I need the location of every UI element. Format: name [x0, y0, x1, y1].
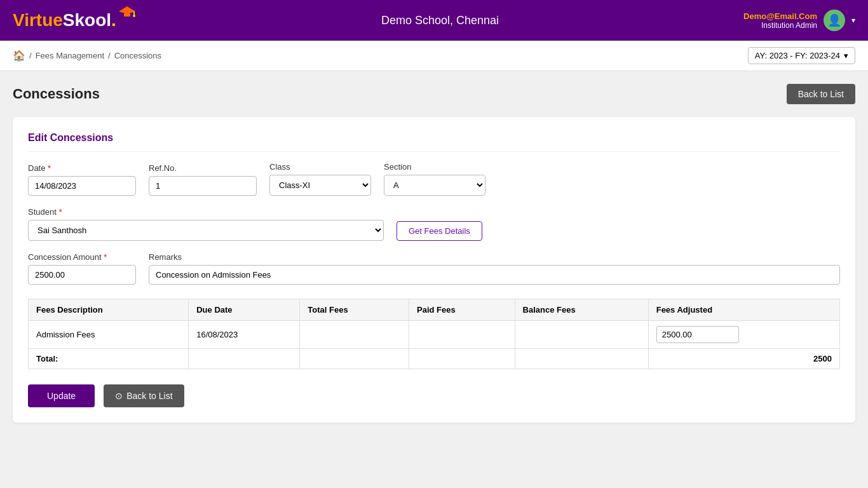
fy-arrow: ▾	[844, 51, 848, 60]
concession-amount-input[interactable]	[28, 265, 136, 285]
breadcrumb: 🏠 / Fees Management / Concessions	[13, 50, 161, 62]
table-total-row: Total: 2500	[29, 349, 840, 369]
back-to-list-button-bottom[interactable]: ⊙ Back to List	[104, 384, 184, 407]
card-title: Edit Concessions	[28, 132, 840, 152]
section-select[interactable]: A B C	[384, 175, 485, 196]
logo: VirtueSkool.	[13, 10, 137, 30]
sep-1: /	[29, 51, 32, 60]
header: VirtueSkool. Demo School, Chennai Demo@E…	[0, 0, 868, 41]
avatar: 👤	[824, 10, 845, 31]
get-fees-group: Get Fees Details	[397, 221, 482, 241]
col-due-date: Due Date	[189, 299, 300, 321]
table-row: Admission Fees 16/08/2023	[29, 321, 840, 349]
concession-amount-group: Concession Amount *	[28, 252, 136, 285]
class-group: Class Class-XI Class-X Class-XII	[269, 162, 371, 196]
cell-total-fees	[300, 321, 409, 349]
user-info: Demo@Email.Com Institution Admin	[743, 11, 817, 30]
date-input[interactable]	[28, 176, 136, 196]
cell-fees-adjusted	[648, 321, 839, 349]
remarks-group: Remarks	[149, 252, 840, 285]
class-select[interactable]: Class-XI Class-X Class-XII	[269, 175, 371, 196]
user-dropdown-arrow[interactable]: ▾	[851, 16, 855, 25]
concession-amount-label: Concession Amount *	[28, 252, 136, 262]
total-paid-fees	[409, 349, 515, 369]
total-value: 2500	[648, 349, 839, 369]
user-role: Institution Admin	[743, 21, 817, 30]
svg-point-3	[133, 15, 135, 17]
student-row: Student * Sai Santhosh Get Fees Details	[28, 207, 840, 241]
user-section[interactable]: Demo@Email.Com Institution Admin 👤 ▾	[743, 10, 855, 31]
breadcrumb-fees-management[interactable]: Fees Management	[36, 51, 104, 60]
section-label: Section	[384, 162, 485, 172]
date-group: Date *	[28, 163, 136, 196]
bottom-buttons: Update ⊙ Back to List	[28, 384, 840, 407]
sep-2: /	[108, 51, 111, 60]
cell-fees-description: Admission Fees	[29, 321, 189, 349]
total-balance-fees	[515, 349, 648, 369]
logo-dot: .	[111, 10, 116, 30]
logo-skool: Skool	[63, 10, 111, 30]
total-due-date	[189, 349, 300, 369]
back-icon: ⊙	[115, 391, 123, 401]
form-row-1: Date * Ref.No. Class Class-XI Class-X Cl…	[28, 162, 840, 196]
page-content: Concessions Back to List Edit Concession…	[0, 71, 868, 488]
back-label: Back to List	[126, 391, 172, 401]
student-group: Student * Sai Santhosh	[28, 207, 384, 241]
user-email: Demo@Email.Com	[743, 11, 817, 21]
page-title: Concessions	[13, 86, 100, 102]
cell-balance-fees	[515, 321, 648, 349]
remarks-input[interactable]	[149, 265, 840, 285]
col-paid-fees: Paid Fees	[409, 299, 515, 321]
back-to-list-button-top[interactable]: Back to List	[787, 84, 855, 104]
col-total-fees: Total Fees	[300, 299, 409, 321]
remarks-label: Remarks	[149, 252, 840, 262]
svg-rect-1	[124, 13, 130, 17]
refno-label: Ref.No.	[149, 163, 257, 173]
date-label: Date *	[28, 163, 136, 173]
cell-due-date: 16/08/2023	[189, 321, 300, 349]
edit-concessions-card: Edit Concessions Date * Ref.No. Class Cl…	[13, 117, 855, 423]
fees-table: Fees Description Due Date Total Fees Pai…	[28, 299, 840, 369]
col-fees-description: Fees Description	[29, 299, 189, 321]
update-button[interactable]: Update	[28, 384, 95, 407]
section-group: Section A B C	[384, 162, 485, 196]
student-label: Student *	[28, 207, 384, 217]
fees-adjusted-input[interactable]	[656, 326, 739, 343]
amount-row: Concession Amount * Remarks	[28, 252, 840, 285]
logo-virtue: Virtue	[13, 10, 63, 30]
school-name: Demo School, Chennai	[381, 14, 499, 27]
page-header: Concessions Back to List	[13, 84, 855, 104]
refno-group: Ref.No.	[149, 163, 257, 196]
get-fees-button[interactable]: Get Fees Details	[397, 221, 482, 241]
class-label: Class	[269, 162, 371, 172]
home-icon[interactable]: 🏠	[13, 50, 25, 62]
svg-marker-0	[119, 6, 135, 14]
hat-icon	[118, 5, 137, 18]
cell-paid-fees	[409, 321, 515, 349]
student-select[interactable]: Sai Santhosh	[28, 220, 384, 241]
fy-selector[interactable]: AY: 2023 - FY: 2023-24 ▾	[748, 47, 855, 64]
total-label: Total:	[29, 349, 189, 369]
fy-label: AY: 2023 - FY: 2023-24	[755, 51, 840, 60]
total-total-fees	[300, 349, 409, 369]
refno-input[interactable]	[149, 176, 257, 196]
breadcrumb-bar: 🏠 / Fees Management / Concessions AY: 20…	[0, 41, 868, 71]
breadcrumb-concessions: Concessions	[114, 51, 161, 60]
col-fees-adjusted: Fees Adjusted	[648, 299, 839, 321]
col-balance-fees: Balance Fees	[515, 299, 648, 321]
